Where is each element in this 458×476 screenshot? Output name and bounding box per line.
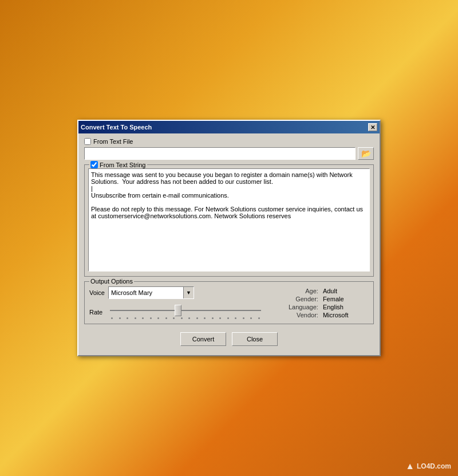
rate-slider-container (110, 305, 261, 319)
slider-dot (173, 317, 175, 319)
age-label: Age: (266, 287, 321, 295)
age-value: Adult (321, 287, 369, 295)
slider-dot (119, 317, 121, 319)
output-left-panel: Voice Microsoft Mary ▼ Rate (89, 286, 261, 319)
slider-line (110, 310, 261, 311)
output-right-panel: Age: Adult Gender: Female Language: Engl… (266, 286, 369, 319)
gender-label: Gender: (266, 295, 321, 303)
slider-dot (219, 317, 221, 319)
slider-dot (165, 317, 167, 319)
buttons-row: Convert Close (84, 330, 374, 349)
from-text-string-legend: From Text String (89, 161, 147, 168)
gender-value: Female (321, 295, 369, 303)
watermark-text: LO4D.com (417, 462, 451, 470)
slider-dot (135, 317, 136, 319)
voice-select-container[interactable]: Microsoft Mary ▼ (108, 286, 194, 299)
rate-row: Rate (89, 305, 261, 319)
gender-row: Gender: Female (266, 295, 369, 303)
slider-dot (181, 317, 183, 319)
vendor-label: Vendor: (266, 311, 321, 319)
slider-dot (111, 317, 113, 319)
slider-dot (212, 317, 214, 319)
dialog-body: From Text File 📂 From Text String This m… (78, 133, 380, 355)
vendor-value: Microsoft (321, 311, 369, 319)
slider-dot (250, 317, 252, 319)
voice-select-value: Microsoft Mary (109, 287, 183, 298)
rate-slider-thumb[interactable] (175, 305, 181, 316)
dialog-title: Convert Text To Speech (81, 124, 152, 131)
slider-dot (227, 317, 229, 319)
rate-slider-track (110, 305, 261, 316)
output-options-legend: Output Options (89, 278, 134, 285)
title-bar: Convert Text To Speech ✕ (78, 121, 380, 133)
output-options-inner: Voice Microsoft Mary ▼ Rate (89, 286, 369, 319)
file-path-input[interactable] (84, 147, 356, 160)
slider-dot (204, 317, 206, 319)
watermark: ▲ LO4D.com (405, 461, 451, 471)
watermark-icon: ▲ (405, 461, 414, 471)
from-text-file-checkbox[interactable] (84, 138, 91, 145)
slider-dot (157, 317, 159, 319)
from-text-string-checkbox[interactable] (90, 161, 98, 168)
from-text-string-label: From Text String (100, 162, 146, 168)
slider-dot (235, 317, 236, 319)
close-dialog-button[interactable]: Close (232, 332, 278, 346)
slider-dots (110, 317, 261, 319)
age-row: Age: Adult (266, 287, 369, 295)
slider-dot (196, 317, 198, 319)
from-text-file-label-row: From Text File (84, 138, 374, 145)
close-window-button[interactable]: ✕ (368, 123, 377, 131)
text-string-input[interactable]: This message was sent to you because you… (88, 168, 370, 272)
convert-button[interactable]: Convert (180, 332, 226, 346)
language-label: Language: (266, 303, 321, 311)
voice-row: Voice Microsoft Mary ▼ (89, 286, 261, 299)
browse-button[interactable]: 📂 (358, 147, 374, 160)
main-dialog: Convert Text To Speech ✕ From Text File … (77, 120, 381, 356)
from-text-file-section: From Text File 📂 (84, 138, 374, 160)
output-options-section: Output Options Voice Microsoft Mary ▼ Ra… (84, 281, 374, 324)
language-value: English (321, 303, 369, 311)
language-row: Language: English (266, 303, 369, 311)
slider-dot (243, 317, 244, 319)
slider-dot (150, 317, 152, 319)
from-text-string-section: From Text String This message was sent t… (84, 164, 374, 277)
slider-dot (127, 317, 128, 319)
file-input-row: 📂 (84, 147, 374, 160)
voice-info-table: Age: Adult Gender: Female Language: Engl… (266, 287, 369, 319)
rate-label: Rate (89, 309, 106, 316)
slider-dot (258, 317, 260, 319)
slider-dot (188, 317, 190, 319)
slider-dot (142, 317, 144, 319)
voice-label: Voice (89, 289, 105, 296)
from-text-file-label: From Text File (93, 138, 133, 145)
vendor-row: Vendor: Microsoft (266, 311, 369, 319)
voice-dropdown-arrow[interactable]: ▼ (183, 287, 194, 298)
